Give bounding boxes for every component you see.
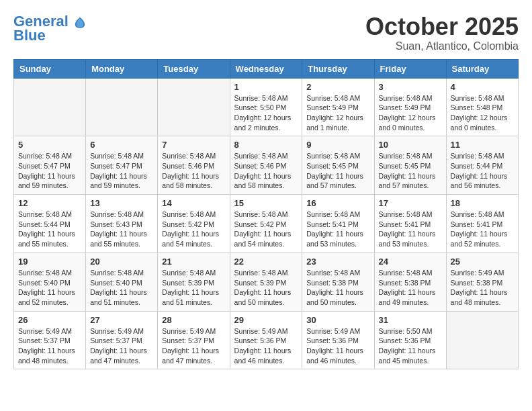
cell-content: Sunrise: 5:48 AMSunset: 5:48 PMDaylight:… (451, 93, 514, 133)
weekday-header-wednesday: Wednesday (230, 59, 302, 78)
day-number: 19 (18, 257, 81, 267)
day-number: 18 (451, 198, 514, 208)
calendar-cell: 29Sunrise: 5:49 AMSunset: 5:36 PMDayligh… (230, 311, 302, 369)
day-number: 8 (234, 140, 298, 150)
calendar-cell: 20Sunrise: 5:48 AMSunset: 5:40 PMDayligh… (86, 253, 158, 311)
day-number: 23 (306, 257, 369, 267)
title-block: October 2025 Suan, Atlantico, Colombia (365, 13, 519, 52)
cell-content: Sunrise: 5:48 AMSunset: 5:44 PMDaylight:… (451, 151, 514, 191)
calendar-cell: 18Sunrise: 5:48 AMSunset: 5:41 PMDayligh… (446, 195, 518, 253)
cell-content: Sunrise: 5:48 AMSunset: 5:39 PMDaylight:… (162, 268, 225, 308)
weekday-header-sunday: Sunday (14, 59, 86, 78)
calendar-cell: 11Sunrise: 5:48 AMSunset: 5:44 PMDayligh… (446, 136, 518, 195)
weekday-header-saturday: Saturday (446, 59, 518, 78)
day-number: 28 (162, 315, 225, 325)
day-number: 13 (90, 198, 153, 208)
day-number: 4 (451, 82, 514, 92)
header: General Blue October 2025 Suan, Atlantic… (13, 13, 519, 52)
calendar-cell: 19Sunrise: 5:48 AMSunset: 5:40 PMDayligh… (14, 253, 86, 311)
day-number: 27 (90, 315, 153, 325)
cell-content: Sunrise: 5:49 AMSunset: 5:37 PMDaylight:… (162, 326, 225, 366)
cell-content: Sunrise: 5:48 AMSunset: 5:45 PMDaylight:… (379, 151, 442, 191)
cell-content: Sunrise: 5:48 AMSunset: 5:43 PMDaylight:… (90, 210, 153, 249)
calendar-week-5: 26Sunrise: 5:49 AMSunset: 5:37 PMDayligh… (14, 311, 519, 369)
calendar-cell: 1Sunrise: 5:48 AMSunset: 5:50 PMDaylight… (230, 78, 302, 136)
cell-content: Sunrise: 5:48 AMSunset: 5:41 PMDaylight:… (306, 210, 369, 249)
calendar-cell: 26Sunrise: 5:49 AMSunset: 5:37 PMDayligh… (14, 311, 86, 369)
cell-content: Sunrise: 5:48 AMSunset: 5:49 PMDaylight:… (306, 93, 369, 133)
day-number: 3 (379, 82, 442, 92)
day-number: 17 (379, 198, 442, 208)
cell-content: Sunrise: 5:48 AMSunset: 5:46 PMDaylight:… (162, 151, 225, 191)
calendar-cell: 5Sunrise: 5:48 AMSunset: 5:47 PMDaylight… (14, 136, 86, 195)
calendar-cell: 7Sunrise: 5:48 AMSunset: 5:46 PMDaylight… (158, 136, 230, 195)
calendar-cell: 2Sunrise: 5:48 AMSunset: 5:49 PMDaylight… (302, 78, 374, 136)
cell-content: Sunrise: 5:48 AMSunset: 5:46 PMDaylight:… (234, 151, 298, 191)
day-number: 5 (18, 140, 81, 150)
day-number: 2 (306, 82, 369, 92)
day-number: 26 (18, 315, 81, 325)
cell-content: Sunrise: 5:48 AMSunset: 5:40 PMDaylight:… (90, 268, 153, 308)
logo: General Blue (13, 13, 86, 44)
calendar-cell: 24Sunrise: 5:48 AMSunset: 5:38 PMDayligh… (374, 253, 446, 311)
cell-content: Sunrise: 5:48 AMSunset: 5:47 PMDaylight:… (90, 151, 153, 191)
cell-content: Sunrise: 5:49 AMSunset: 5:36 PMDaylight:… (234, 326, 298, 366)
weekday-header-monday: Monday (86, 59, 158, 78)
weekday-header-friday: Friday (374, 59, 446, 78)
calendar-header-row: SundayMondayTuesdayWednesdayThursdayFrid… (14, 59, 519, 78)
cell-content: Sunrise: 5:49 AMSunset: 5:37 PMDaylight:… (18, 326, 81, 366)
logo-icon (74, 16, 86, 28)
cell-content: Sunrise: 5:50 AMSunset: 5:36 PMDaylight:… (379, 326, 442, 366)
cell-content: Sunrise: 5:48 AMSunset: 5:45 PMDaylight:… (306, 151, 369, 191)
cell-content: Sunrise: 5:48 AMSunset: 5:40 PMDaylight:… (18, 268, 81, 308)
day-number: 11 (451, 140, 514, 150)
day-number: 10 (379, 140, 442, 150)
calendar-cell: 10Sunrise: 5:48 AMSunset: 5:45 PMDayligh… (374, 136, 446, 195)
cell-content: Sunrise: 5:48 AMSunset: 5:50 PMDaylight:… (234, 93, 298, 133)
day-number: 25 (451, 257, 514, 267)
calendar-cell: 12Sunrise: 5:48 AMSunset: 5:44 PMDayligh… (14, 195, 86, 253)
calendar-cell (446, 311, 518, 369)
calendar-cell: 9Sunrise: 5:48 AMSunset: 5:45 PMDaylight… (302, 136, 374, 195)
cell-content: Sunrise: 5:49 AMSunset: 5:36 PMDaylight:… (306, 326, 369, 366)
cell-content: Sunrise: 5:48 AMSunset: 5:47 PMDaylight:… (18, 151, 81, 191)
day-number: 16 (306, 198, 369, 208)
location: Suan, Atlantico, Colombia (365, 40, 519, 52)
cell-content: Sunrise: 5:48 AMSunset: 5:44 PMDaylight:… (18, 210, 81, 249)
day-number: 15 (234, 198, 298, 208)
calendar-cell: 30Sunrise: 5:49 AMSunset: 5:36 PMDayligh… (302, 311, 374, 369)
calendar-cell: 21Sunrise: 5:48 AMSunset: 5:39 PMDayligh… (158, 253, 230, 311)
calendar-cell: 14Sunrise: 5:48 AMSunset: 5:42 PMDayligh… (158, 195, 230, 253)
day-number: 14 (162, 198, 225, 208)
calendar-cell: 3Sunrise: 5:48 AMSunset: 5:49 PMDaylight… (374, 78, 446, 136)
cell-content: Sunrise: 5:48 AMSunset: 5:42 PMDaylight:… (162, 210, 225, 249)
cell-content: Sunrise: 5:49 AMSunset: 5:37 PMDaylight:… (90, 326, 153, 366)
day-number: 21 (162, 257, 225, 267)
calendar-week-4: 19Sunrise: 5:48 AMSunset: 5:40 PMDayligh… (14, 253, 519, 311)
calendar-week-1: 1Sunrise: 5:48 AMSunset: 5:50 PMDaylight… (14, 78, 519, 136)
calendar-cell: 15Sunrise: 5:48 AMSunset: 5:42 PMDayligh… (230, 195, 302, 253)
day-number: 20 (90, 257, 153, 267)
calendar-cell: 27Sunrise: 5:49 AMSunset: 5:37 PMDayligh… (86, 311, 158, 369)
calendar-cell: 4Sunrise: 5:48 AMSunset: 5:48 PMDaylight… (446, 78, 518, 136)
calendar-cell: 13Sunrise: 5:48 AMSunset: 5:43 PMDayligh… (86, 195, 158, 253)
calendar-cell (86, 78, 158, 136)
calendar-cell: 28Sunrise: 5:49 AMSunset: 5:37 PMDayligh… (158, 311, 230, 369)
day-number: 6 (90, 140, 153, 150)
day-number: 29 (234, 315, 298, 325)
calendar-cell: 17Sunrise: 5:48 AMSunset: 5:41 PMDayligh… (374, 195, 446, 253)
day-number: 31 (379, 315, 442, 325)
calendar-cell: 8Sunrise: 5:48 AMSunset: 5:46 PMDaylight… (230, 136, 302, 195)
cell-content: Sunrise: 5:48 AMSunset: 5:39 PMDaylight:… (234, 268, 298, 308)
cell-content: Sunrise: 5:48 AMSunset: 5:41 PMDaylight:… (379, 210, 442, 249)
calendar-cell: 16Sunrise: 5:48 AMSunset: 5:41 PMDayligh… (302, 195, 374, 253)
calendar-cell: 22Sunrise: 5:48 AMSunset: 5:39 PMDayligh… (230, 253, 302, 311)
month-year: October 2025 (365, 13, 519, 40)
day-number: 30 (306, 315, 369, 325)
day-number: 7 (162, 140, 225, 150)
day-number: 22 (234, 257, 298, 267)
calendar-week-3: 12Sunrise: 5:48 AMSunset: 5:44 PMDayligh… (14, 195, 519, 253)
cell-content: Sunrise: 5:48 AMSunset: 5:42 PMDaylight:… (234, 210, 298, 249)
cell-content: Sunrise: 5:48 AMSunset: 5:49 PMDaylight:… (379, 93, 442, 133)
weekday-header-tuesday: Tuesday (158, 59, 230, 78)
